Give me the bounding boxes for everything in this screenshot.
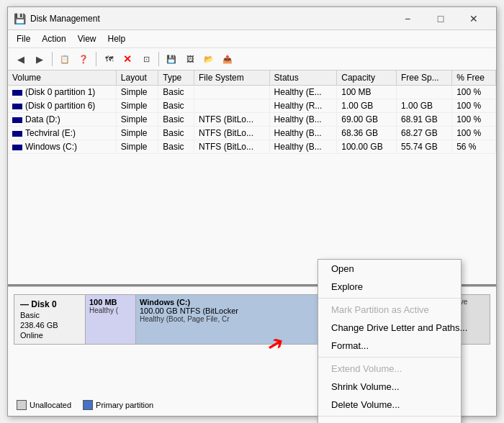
col-free[interactable]: Free Sp... — [396, 70, 451, 86]
ctx-item-open[interactable]: Open — [318, 260, 461, 278]
table-row[interactable]: Windows (C:) Simple Basic NTFS (BitLo...… — [8, 140, 496, 154]
forward-button[interactable]: ▶ — [31, 50, 48, 68]
toolbar-separator-3 — [158, 52, 159, 66]
cell-capacity: 1.00 GB — [337, 99, 397, 113]
disk-table: Volume Layout Type File System Status Ca… — [8, 70, 496, 154]
cell-volume: (Disk 0 partition 6) — [8, 99, 116, 113]
maximize-button[interactable]: □ — [424, 9, 457, 29]
cell-pct: 100 % — [452, 86, 496, 99]
col-pct[interactable]: % Free — [452, 70, 496, 86]
cell-status: Healthy (B... — [269, 113, 337, 127]
table-row[interactable]: Data (D:) Simple Basic NTFS (BitLo... He… — [8, 113, 496, 127]
cell-pct: 100 % — [452, 113, 496, 127]
cell-free: 55.74 GB — [396, 140, 451, 154]
toolbar-btn-3[interactable]: 📋 — [56, 50, 73, 68]
cell-type: Basic — [158, 127, 194, 140]
partition-windows[interactable]: Windows (C:) 100.00 GB NTFS (BitLocker H… — [136, 295, 318, 344]
cell-free — [396, 86, 451, 99]
toolbar-btn-7[interactable]: 💾 — [163, 50, 180, 68]
cell-pct: 100 % — [452, 99, 496, 113]
legend-swatch-unallocated — [17, 400, 27, 410]
cell-free: 68.27 GB — [396, 127, 451, 140]
cell-layout: Simple — [116, 113, 158, 127]
legend-bar: Unallocated Primary partition — [11, 397, 159, 413]
cell-status: Healthy (E... — [269, 86, 337, 99]
cell-layout: Simple — [116, 140, 158, 154]
table-row[interactable]: Techviral (E:) Simple Basic NTFS (BitLo.… — [8, 127, 496, 140]
table-row[interactable]: (Disk 0 partition 6) Simple Basic Health… — [8, 99, 496, 113]
menu-file[interactable]: File — [11, 32, 36, 46]
toolbar-btn-4[interactable]: ❓ — [75, 50, 92, 68]
ctx-item-explore[interactable]: Explore — [318, 278, 461, 296]
close-button[interactable]: ✕ — [457, 9, 490, 29]
cell-pct: 100 % — [452, 127, 496, 140]
cell-type: Basic — [158, 140, 194, 154]
cell-fs: NTFS (BitLo... — [194, 113, 269, 127]
cell-pct: 56 % — [452, 140, 496, 154]
col-capacity[interactable]: Capacity — [337, 70, 397, 86]
cell-capacity: 100.00 GB — [337, 140, 397, 154]
toolbar-btn-6[interactable]: ⊡ — [138, 50, 155, 68]
cell-type: Basic — [158, 99, 194, 113]
ctx-item-shrink-volume---[interactable]: Shrink Volume... — [318, 378, 461, 396]
toolbar-separator-1 — [52, 52, 53, 66]
partition-small[interactable]: 100 MB Healthy ( — [86, 295, 136, 344]
ctx-item-format---[interactable]: Format... — [318, 337, 461, 355]
disk-label: — Disk 0 Basic 238.46 GB Online — [14, 294, 86, 345]
col-volume[interactable]: Volume — [8, 70, 116, 86]
legend-unallocated: Unallocated — [17, 400, 71, 410]
ctx-item-delete-volume---[interactable]: Delete Volume... — [318, 396, 461, 414]
cell-free: 68.91 GB — [396, 113, 451, 127]
cell-volume: (Disk 0 partition 1) — [8, 86, 116, 99]
toolbar: ◀ ▶ 📋 ❓ 🗺 ✕ ⊡ 💾 🖼 📂 📤 — [8, 48, 496, 70]
disk-status: Online — [20, 331, 79, 340]
cell-fs — [194, 99, 269, 113]
ctx-item-change-drive-letter-and-paths---[interactable]: Change Drive Letter and Paths... — [318, 319, 461, 337]
legend-primary: Primary partition — [83, 400, 153, 410]
title-bar: 💾 Disk Management − □ ✕ — [8, 7, 496, 30]
cell-fs: NTFS (BitLo... — [194, 127, 269, 140]
col-layout[interactable]: Layout — [116, 70, 158, 86]
disk-table-section: Volume Layout Type File System Status Ca… — [8, 70, 496, 286]
cell-capacity: 68.36 GB — [337, 127, 397, 140]
legend-label-unallocated: Unallocated — [30, 401, 71, 409]
table-row[interactable]: (Disk 0 partition 1) Simple Basic Health… — [8, 86, 496, 99]
title-icon: 💾 — [14, 13, 26, 24]
cell-capacity: 69.00 GB — [337, 113, 397, 127]
cell-fs: NTFS (BitLo... — [194, 140, 269, 154]
menu-view[interactable]: View — [72, 32, 102, 46]
toolbar-btn-9[interactable]: 📂 — [200, 50, 217, 68]
legend-swatch-primary — [83, 400, 93, 410]
ctx-item-extend-volume---: Extend Volume... — [318, 360, 461, 378]
cell-status: Healthy (R... — [269, 99, 337, 113]
context-menu: OpenExploreMark Partition as ActiveChang… — [318, 259, 462, 423]
disk-type: Basic — [20, 311, 79, 319]
cell-volume: Techviral (E:) — [8, 127, 116, 140]
toolbar-btn-8[interactable]: 🖼 — [181, 50, 199, 68]
cell-fs — [194, 86, 269, 99]
col-status[interactable]: Status — [269, 70, 337, 86]
back-button[interactable]: ◀ — [12, 50, 30, 68]
cell-layout: Simple — [116, 86, 158, 99]
toolbar-btn-5[interactable]: 🗺 — [100, 50, 117, 68]
cell-volume: Data (D:) — [8, 113, 116, 127]
menu-help[interactable]: Help — [102, 32, 132, 46]
cell-layout: Simple — [116, 99, 158, 113]
toolbar-btn-10[interactable]: 📤 — [219, 50, 236, 68]
ctx-separator — [318, 357, 461, 358]
cell-type: Basic — [158, 113, 194, 127]
ctx-separator — [318, 416, 461, 417]
cell-layout: Simple — [116, 127, 158, 140]
ctx-item-properties[interactable]: Properties — [318, 419, 461, 423]
disk-name: — Disk 0 — [20, 299, 79, 309]
minimize-button[interactable]: − — [391, 9, 424, 29]
cell-free: 1.00 GB — [396, 99, 451, 113]
toolbar-btn-x[interactable]: ✕ — [119, 50, 136, 68]
menu-action[interactable]: Action — [36, 32, 71, 46]
disk-size: 238.46 GB — [20, 321, 79, 329]
col-filesystem[interactable]: File System — [194, 70, 269, 86]
toolbar-separator-2 — [96, 52, 96, 66]
cell-type: Basic — [158, 86, 194, 99]
col-type[interactable]: Type — [158, 70, 194, 86]
ctx-separator — [318, 298, 461, 299]
